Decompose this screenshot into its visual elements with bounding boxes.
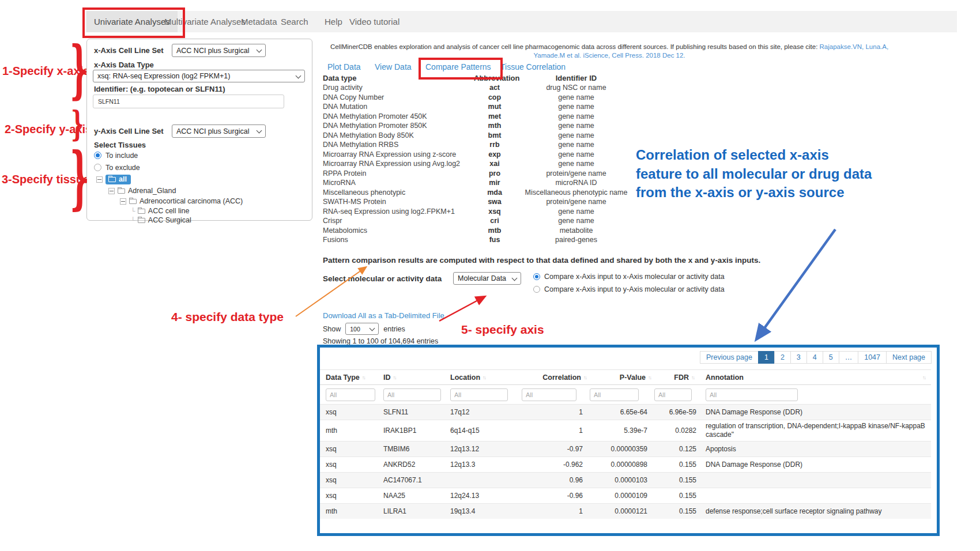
column-filter-input[interactable]	[706, 388, 798, 401]
collapse-icon[interactable]	[120, 198, 126, 205]
result-row[interactable]: mthIRAK1BP16q14-q1515.39e-70.0282regulat…	[320, 420, 931, 441]
column-header-correlation[interactable]: Correlation↑↓	[522, 373, 590, 382]
page-length-select[interactable]: 100	[345, 323, 379, 335]
pagination: Previous page 12345…1047 Next page	[700, 351, 932, 364]
ref-cell-identifier: gene name	[515, 160, 637, 169]
tree-node-acc[interactable]: Adrenocortical carcinoma (ACC)	[120, 197, 243, 205]
result-row[interactable]: xsqANKRD5212q13.3-0.9620.000008980.155DN…	[320, 456, 931, 472]
page-button[interactable]: 2	[774, 351, 791, 364]
tissues-exclude-option[interactable]: To exclude	[94, 164, 140, 172]
identifier-input[interactable]	[93, 95, 284, 108]
download-all-link[interactable]: Download All as a Tab-Delimited File	[323, 311, 444, 320]
tree-node-label: all	[119, 175, 127, 183]
column-filter-input[interactable]	[522, 388, 576, 401]
tissues-include-option[interactable]: To include	[94, 152, 138, 160]
tree-node-adrenal-gland[interactable]: Adrenal_Gland	[108, 187, 176, 195]
nav-metadata[interactable]: Metadata	[241, 11, 277, 32]
column-filter-input[interactable]	[590, 388, 639, 401]
ref-cell-identifier: gene name	[515, 217, 637, 227]
cell-correlation: 0.96	[522, 476, 590, 484]
tab-view-data[interactable]: View Data	[375, 62, 412, 71]
previous-page-button[interactable]: Previous page	[700, 351, 759, 364]
folder-icon	[118, 188, 125, 194]
compare-x-axis-option[interactable]: Compare x-Axis input to x-Axis molecular…	[533, 273, 725, 281]
tree-node-acc-surgical[interactable]: └ ACC Surgical	[131, 216, 191, 224]
ref-table-row: Metabolomicsmtbmetabolite	[323, 227, 637, 236]
sort-icon[interactable]: ↑↓	[922, 375, 925, 380]
cell-location: 6q14-q15	[450, 427, 522, 435]
collapse-icon[interactable]	[96, 176, 103, 183]
page-button[interactable]: 1	[758, 351, 775, 364]
column-header-label: ID	[383, 373, 391, 382]
x-data-type-select[interactable]: xsq: RNA-seq Expression (log2 FPKM+1)	[93, 70, 305, 82]
cell-location: 17q12	[450, 408, 522, 416]
chevron-down-icon	[512, 275, 518, 281]
radio-unselected-icon	[94, 164, 101, 171]
collapse-icon[interactable]	[108, 188, 115, 194]
identifier-label: Identifier: (e.g. topotecan or SLFN11)	[94, 85, 225, 93]
molecular-data-select[interactable]: Molecular Data	[453, 272, 521, 285]
tab-plot-data[interactable]: Plot Data	[327, 62, 361, 71]
column-filter-input[interactable]	[654, 388, 692, 401]
result-row[interactable]: xsqSLFN1117q1216.65e-646.96e-59DNA Damag…	[320, 404, 931, 420]
x-cell-line-set-select[interactable]: ACC NCI plus Surgical	[172, 44, 266, 57]
result-row[interactable]: mthLILRA119q13.410.00001210.155defense r…	[320, 503, 931, 519]
y-cell-line-set-select[interactable]: ACC NCI plus Surgical	[172, 124, 266, 138]
sort-icon[interactable]: ↑↓	[648, 375, 651, 380]
sort-icon[interactable]: ↑↓	[691, 375, 694, 380]
ref-cell-data-type: DNA Methylation Promoter 850K	[323, 122, 474, 131]
sort-icon[interactable]: ↑↓	[583, 375, 586, 380]
ref-cell-identifier: gene name	[515, 131, 637, 141]
page-button[interactable]: 3	[790, 351, 807, 364]
nav-search[interactable]: Search	[281, 11, 308, 32]
column-filter-input[interactable]	[326, 388, 375, 401]
column-filter-input[interactable]	[383, 388, 441, 401]
sort-icon[interactable]: ↑↓	[483, 375, 485, 380]
tab-tissue-correlation[interactable]: Tissue Correlation	[500, 62, 566, 71]
column-header-fdr[interactable]: FDR↑↓	[654, 373, 698, 382]
page-button[interactable]: 4	[806, 351, 823, 364]
page-button[interactable]: 1047	[858, 351, 887, 364]
column-header-p-value[interactable]: P-Value↑↓	[590, 373, 654, 382]
ref-table-row: DNA Mutationmutgene name	[323, 103, 637, 112]
cell-p_value: 0.0000121	[590, 507, 654, 515]
page-button[interactable]: 5	[823, 351, 839, 364]
filter-cell	[654, 388, 698, 401]
ref-table-row: DNA Copy Numbercopgene name	[323, 93, 637, 103]
sort-icon[interactable]: ↑↓	[393, 375, 396, 380]
tab-compare-patterns[interactable]: Compare Patterns	[425, 62, 491, 71]
ref-table-header: Data type Abbreviation Identifier ID	[323, 74, 637, 84]
result-row[interactable]: xsqTMBIM612q13.12-0.970.000003590.125Apo…	[320, 441, 931, 456]
filter-cell	[450, 388, 522, 401]
sort-icon[interactable]: ↑↓	[362, 375, 365, 380]
tree-node-all[interactable]: all	[96, 175, 131, 184]
column-header-annotation[interactable]: Annotation↑↓	[698, 373, 925, 382]
column-filter-input[interactable]	[450, 388, 508, 401]
cell-id: LILRA1	[383, 507, 450, 515]
radio-selected-icon	[94, 152, 101, 159]
ref-header-abbreviation: Abbreviation	[474, 74, 515, 84]
cell-fdr: 0.155	[654, 492, 698, 500]
column-header-id[interactable]: ID↑↓	[383, 373, 450, 382]
results-header-row: Data Type↑↓ID↑↓Location↑↓Correlation↑↓P-…	[320, 369, 931, 385]
nav-multivariate-analyses[interactable]: Multivariate Analyses	[164, 11, 246, 32]
ref-cell-abbreviation: xai	[474, 160, 515, 169]
compare-y-axis-option[interactable]: Compare x-Axis input to y-Axis molecular…	[533, 285, 725, 293]
result-row[interactable]: xsqAC147067.10.960.00001030.155	[320, 472, 931, 488]
page-button[interactable]: …	[839, 351, 859, 364]
cell-type: xsq	[326, 408, 383, 416]
ref-cell-identifier: gene name	[515, 122, 637, 131]
tree-node-acc-cell-line[interactable]: └ ACC cell line	[131, 207, 189, 215]
nav-video-tutorial[interactable]: Video tutorial	[349, 11, 399, 32]
ref-cell-abbreviation: act	[474, 84, 515, 93]
x-cell-line-set-label: x-Axis Cell Line Set	[94, 46, 164, 55]
column-header-location[interactable]: Location↑↓	[450, 373, 522, 382]
ref-cell-abbreviation: pro	[474, 169, 515, 179]
column-header-data-type[interactable]: Data Type↑↓	[326, 373, 383, 382]
result-row[interactable]: xsqNAA2512q24.13-0.960.00001090.155	[320, 488, 931, 503]
ref-cell-abbreviation: xsq	[474, 207, 515, 217]
column-header-label: Location	[450, 373, 480, 382]
next-page-button[interactable]: Next page	[886, 351, 932, 364]
annotation-step5: 5- specify axis	[461, 323, 544, 337]
nav-help[interactable]: Help	[325, 11, 342, 32]
